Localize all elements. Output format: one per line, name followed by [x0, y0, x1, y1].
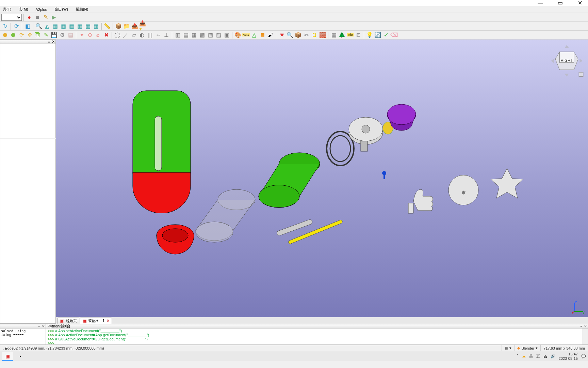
tray-ime-lang[interactable]: 英	[529, 354, 533, 359]
measure-icon[interactable]: 📏	[103, 22, 111, 30]
tray-chevron-icon[interactable]: ˄	[517, 354, 519, 358]
add-subassy-icon[interactable]: ⬢	[10, 31, 17, 39]
circle-con-icon[interactable]: ◯	[114, 31, 121, 39]
explode-icon[interactable]: ✸	[278, 31, 285, 39]
python-console-body[interactable]: >>> # App.setActiveDocument("_________")…	[46, 328, 588, 345]
panel-float-icon[interactable]: ▫	[38, 324, 40, 328]
reload-icon[interactable]: 🔄	[374, 31, 381, 39]
eraser-icon[interactable]: ⌫	[390, 31, 398, 39]
tray-ime-mode[interactable]: 五	[536, 354, 540, 359]
menu-tools[interactable]: 具(T)	[1, 6, 13, 13]
color-auto-icon[interactable]: 🎨	[234, 31, 242, 39]
line-con-icon[interactable]: ／	[122, 31, 129, 39]
close-button[interactable]: ✕	[573, 0, 587, 6]
panel-float-icon[interactable]: ▫	[48, 40, 50, 44]
refresh-icon[interactable]: ⟳	[13, 22, 20, 30]
stack3-icon[interactable]: ▦	[190, 31, 198, 39]
rear-view-icon[interactable]: ▦	[76, 22, 83, 30]
constraint-axial-icon[interactable]: ⌀	[94, 31, 102, 39]
offset-con-icon[interactable]: ↔	[154, 31, 162, 39]
left-view-icon[interactable]: ▦	[92, 22, 100, 30]
constraint-coincident-icon[interactable]: ⊙	[86, 31, 94, 39]
taskbar-terminal[interactable]: ▪	[15, 352, 26, 361]
box-sel-icon[interactable]: 📦	[294, 31, 302, 39]
bricks-icon[interactable]: 🧱	[319, 31, 326, 39]
check-icon[interactable]: ✔	[382, 31, 390, 39]
panel-close-icon[interactable]: ✕	[42, 324, 45, 328]
paint-icon[interactable]: 🖌	[267, 31, 274, 39]
tray-volume-icon[interactable]: 🔊	[551, 354, 555, 358]
open-folder-icon[interactable]: 📁	[123, 22, 130, 30]
property-body[interactable]	[0, 139, 56, 324]
report-view-body[interactable]: solved using ixing =====	[0, 328, 46, 345]
bulb-icon[interactable]: 💡	[366, 31, 373, 39]
note-icon[interactable]: 🗒	[311, 31, 318, 39]
tab-start-page[interactable]: ▣ 起始页	[58, 318, 79, 324]
import-icon[interactable]: 📥▾	[139, 22, 147, 30]
constraint-delete-icon[interactable]: ✖	[102, 31, 110, 39]
tab-assembly[interactable]: ▣ 装配图 : 1 ✕	[80, 318, 112, 324]
record-macro-button[interactable]: ●	[26, 14, 33, 21]
constraint-point-icon[interactable]: ✦	[78, 31, 85, 39]
break-icon[interactable]: ✂	[303, 31, 310, 39]
3d-viewport[interactable]: 市 RIGHT	[56, 40, 588, 317]
redo-icon[interactable]: ↻	[1, 22, 9, 30]
tab-close-icon[interactable]: ✕	[107, 319, 110, 323]
iso-view-icon[interactable]: ◭	[43, 22, 51, 30]
right-view-icon[interactable]: ▦	[68, 22, 75, 30]
stack6-icon[interactable]: ▨	[215, 31, 222, 39]
stack2-icon[interactable]: ▤	[182, 31, 190, 39]
minimize-button[interactable]: —	[534, 0, 547, 6]
parts-list-icon[interactable]: P	[355, 31, 362, 39]
menu-a2plus[interactable]: A2plus	[34, 7, 49, 12]
front-view-icon[interactable]: ▦	[51, 22, 59, 30]
status-nav-style[interactable]: ◆Blender ▾	[514, 345, 541, 351]
new-part-icon[interactable]: 📦	[115, 22, 122, 30]
tray-notification-icon[interactable]: 💬	[581, 354, 586, 358]
menu-help[interactable]: 帮助(H)	[74, 6, 89, 13]
scrollbar[interactable]	[583, 328, 588, 344]
angle-con-icon[interactable]: ◐	[138, 31, 146, 39]
bottom-view-icon[interactable]: ▦	[84, 22, 92, 30]
panel-close-icon[interactable]: ✕	[584, 324, 587, 328]
perp-con-icon[interactable]: ⊥	[163, 31, 170, 39]
mirror-icon[interactable]: △	[250, 31, 258, 39]
panel-close-icon[interactable]: ✕	[52, 40, 55, 44]
workbench-selector[interactable]	[1, 14, 22, 21]
cog-icon[interactable]: ⚙	[59, 31, 66, 39]
auto-label-icon[interactable]: Auto	[242, 31, 250, 39]
box-icon[interactable]: ◧	[24, 22, 31, 30]
search-icon[interactable]: 🔍	[286, 31, 294, 39]
stop-macro-button[interactable]: ■	[34, 14, 41, 21]
tray-onedrive-icon[interactable]: ☁	[522, 354, 526, 358]
menu-macro[interactable]: 宏(M)	[17, 6, 30, 13]
move-part-icon[interactable]: ✥	[26, 31, 33, 39]
model-tree-body[interactable]	[0, 44, 56, 138]
edit-part-icon[interactable]: ✎	[42, 31, 50, 39]
update-parts-icon[interactable]: ⟳	[18, 31, 25, 39]
status-draw-style[interactable]: ▦ ▾	[502, 345, 514, 351]
navigation-cube[interactable]: RIGHT	[549, 43, 585, 79]
add-part-icon[interactable]: ⬢	[1, 31, 9, 39]
save-part-icon[interactable]: 💾	[50, 31, 58, 39]
sheet-icon[interactable]: ▤	[67, 31, 74, 39]
plane-con-icon[interactable]: ▱	[130, 31, 137, 39]
taskbar-freecad[interactable]: ▣	[2, 352, 13, 361]
duplicate-part-icon[interactable]: ⿻	[34, 31, 42, 39]
info-icon[interactable]: Info	[346, 31, 354, 39]
tray-network-icon[interactable]: 🖧	[543, 354, 547, 358]
menu-window[interactable]: 窗口(W)	[53, 6, 69, 13]
grid1-icon[interactable]: ▦	[330, 31, 338, 39]
zoom-fit-icon[interactable]: 🔍	[35, 22, 43, 30]
edit-macro-button[interactable]: ✎	[42, 14, 49, 21]
run-macro-button[interactable]: ▶	[50, 14, 58, 21]
export-icon[interactable]: 📤	[131, 22, 138, 30]
list-icon[interactable]: ≣	[259, 31, 266, 39]
tray-clock[interactable]: 15:47 2023-08-15	[559, 352, 578, 360]
top-view-icon[interactable]: ▦	[60, 22, 67, 30]
stack5-icon[interactable]: ▧	[207, 31, 214, 39]
stack1-icon[interactable]: ▥	[174, 31, 181, 39]
par-con-icon[interactable]: ‖‖	[146, 31, 154, 39]
stack7-icon[interactable]: ▣	[223, 31, 230, 39]
stack4-icon[interactable]: ▩	[198, 31, 206, 39]
